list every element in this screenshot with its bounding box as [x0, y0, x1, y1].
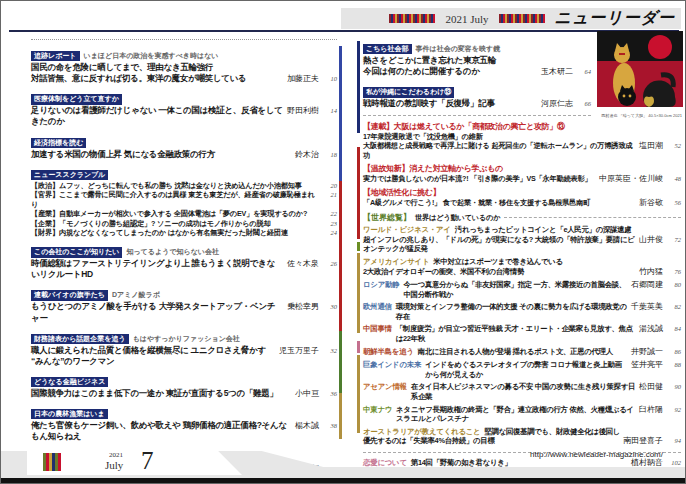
toc-section-news-scramble: ニューススクランブル 【政治】ムフッ、どっちに転んでも私の勝ち 沈黙は金なりと決…: [31, 163, 337, 237]
world-item: ワールド・ビジネス・アイ汚れっちまったビットコインと「e人民元」の深謀遠慮 超イ…: [363, 225, 681, 254]
article-line: 2大政治イデオロギーの衝突、米国不利の台湾情勢: [363, 267, 635, 277]
article-title: 国際競争力はこのまま低下の一途か 東証が直面する5つの「難題」: [31, 388, 291, 399]
magazine-toc-page: 2021 July ニューリーダー 西村達也 「猫って大胆」 40.5×30.0…: [0, 0, 686, 484]
stripe-decoration-icon: [389, 14, 435, 23]
world-item: オーストラリアが教えてくれること堅調な回復基調でも、財政健全化は後回し 優先する…: [363, 427, 681, 447]
article-page: 102: [667, 459, 681, 467]
article-title: もうひとつのアミノ酸を手がける 大学発スタートアップ・ベンチャー: [31, 301, 283, 323]
section-tag: 医療体制をどう立て直すか: [31, 94, 122, 104]
divider-bar: [339, 46, 342, 181]
article-title: 対話皆無、意に反すれば切る。東洋の魔女が嘲笑している: [31, 73, 283, 84]
article-page: 32: [323, 347, 337, 355]
article-line: 南北に注目される人物が登場 揺れるポスト文、正恩の代理人: [418, 347, 627, 357]
article-author: 中原英臣・佐川峻: [599, 174, 663, 184]
section-tag: 連載バイオの旗手たち: [31, 290, 108, 300]
section-tagline: いまほど日本の政治を実感すべき時はない: [84, 52, 219, 59]
toc-section: どうなる金融ビジネス 国際競争力はこのまま低下の一途か 東証が直面する5つの「難…: [31, 370, 337, 399]
article-page: 23: [323, 220, 337, 228]
article-author: 植村鞆音: [631, 458, 663, 468]
article-title: 俺たち官僚もケージ飼い、飲めや歌えや 鶏卵価格の適正価格?そんなもん知らねえ: [31, 420, 291, 442]
article-line: 優先するのは「失業率4%台持続」の目標: [363, 436, 619, 446]
article-page: 82: [667, 303, 681, 311]
article-author: 河原仁志: [541, 99, 573, 109]
article-author: 小中亘: [295, 389, 319, 399]
article-author: 新谷敬: [639, 198, 663, 208]
article-author: 加藤正夫: [287, 74, 319, 84]
news-item: 【官界】ここまで露骨に民間に介入するのは異様 東芝も東芝だが、経産省の破廉恥極ま…: [31, 190, 319, 209]
article-title: 国民の命を危険に晒してまで、理由なき五輪強行: [31, 62, 337, 73]
world-heading-text: 世界はどう動いているのか: [415, 213, 500, 222]
header-rule: [9, 30, 679, 32]
issue-date: 2021 July: [445, 13, 488, 25]
culture-item: 恋愛について第14回「野菊の如き君なりき」植村鞆音102: [363, 458, 681, 468]
article-page: 56: [667, 199, 681, 207]
article-page: 30: [323, 303, 337, 311]
section-tagline: Dアミノ酸ラボ: [112, 291, 160, 298]
article-line: 「制度疲労」が目立つ習近平独裁 天才・エリート・企業家も見放す、焦点は22年秋: [396, 324, 635, 343]
dashed-rule: [504, 217, 681, 218]
world-item: アメリカインサイト米中対立はスポーツまで巻き込んでいる 2大政治イデオロギーの衝…: [363, 257, 681, 277]
toc-section: 経済指標を読む 加速する米国の物価上昇 気になる金融政策の行方鈴木治18: [31, 131, 337, 160]
section-color-bar: [357, 355, 360, 433]
series-name: オーストラリアが教えてくれること: [363, 427, 480, 437]
article-page: 38: [323, 422, 337, 430]
article-line: 第14回「野菊の如き君なりき」: [411, 458, 627, 468]
article-author: 南田登喜子: [623, 436, 663, 446]
bottom-border-bar: [1, 478, 686, 483]
article-author: 鈴木治: [295, 150, 319, 160]
series-name: ワールド・ビジネス・アイ: [363, 225, 451, 235]
article-line: 今一つ真意分からぬ「非友好国家」指定 一方、米露接近の首脳会談、中国分断作戦か: [403, 280, 627, 299]
footer-month: July: [105, 459, 123, 471]
section-color-bar: [357, 147, 360, 239]
series-name: 恋愛について: [363, 458, 407, 468]
article-line: 超インフレの兆しあり、「ドルの死」が現実になる? 大統領の「特許放棄」要請にビオ…: [363, 235, 635, 254]
article-page: 10: [323, 75, 337, 83]
series-name: ロシア動静: [363, 280, 399, 290]
article-author: 玉木研二: [541, 67, 573, 77]
article-title: 足りないのは看護師だけじゃない 一体この国は検証と、反省をしてきたのか: [31, 105, 283, 127]
article-page: 22: [323, 210, 337, 218]
toc-section: 医療体制をどう立て直すか 足りないのは看護師だけじゃない 一体この国は検証と、反…: [31, 87, 337, 127]
section-tagline: もはやすっかりファッション会社: [133, 335, 240, 342]
section-color-bar: [357, 242, 360, 251]
article-page: 84: [667, 325, 681, 333]
article-page: 21: [323, 191, 337, 199]
article-page: 76: [667, 268, 681, 276]
world-item: 欧州通信環境対策とインフラ整備の一体的支援 その裏に勢力を広げる環境政党の存在千…: [363, 302, 681, 321]
news-item: 【企業】「モノづくりの勝ち組認定」? ソニーの成功はモノ作りからの脱却: [31, 219, 319, 228]
section-tag: 追跡レポート: [31, 51, 80, 61]
toc-section: 財務諸表から話題企業を追うもはやすっかりファッション会社 職人に鍛えられた品質と…: [31, 327, 337, 367]
article-page: 64: [577, 68, 591, 76]
section-tag: 経済指標を読む: [31, 138, 86, 148]
article-author: 塩田潮: [639, 141, 663, 151]
article-page: 86: [667, 348, 681, 356]
header-band: 2021 July ニューリーダー: [341, 8, 681, 29]
article-page: 26: [323, 260, 337, 268]
world-item: 中国事情「制度疲労」が目立つ習近平独裁 天才・エリート・企業家も見放す、焦点は2…: [363, 324, 681, 343]
news-item: 【産業】自動車メーカーが相次いで参入する 全固体電池は「夢のEV」を実現するのか…: [31, 209, 319, 218]
article-page: 92: [667, 406, 681, 414]
article-page: 14: [323, 107, 337, 115]
series-name: 朝鮮半島を追う: [363, 347, 414, 357]
stripe-decoration-icon: [499, 14, 545, 23]
article-author: 佐々木泉: [287, 259, 319, 269]
article-author: 井野誠一: [631, 347, 663, 357]
divider-bar: [339, 181, 342, 331]
feature-label: 【連載】大阪は燃えているか「商都政治の興亡と攻防」⑬: [363, 121, 681, 132]
toc-section: 私が沖縄にこだわるわけ⑬ 戦時報道の教訓映す「反復帰」記事河原仁志66: [363, 80, 591, 109]
article-page: 52: [667, 142, 681, 150]
section-tag: どうなる金融ビジネス: [31, 377, 108, 387]
world-item: 巨象インドの未来インドをめぐるステレオタイプの弊害 コロナ報道と炎上動画から何が…: [363, 360, 681, 379]
section-tag: 日本の農林漁業はいま: [31, 409, 108, 419]
news-item: 【財界】内規などなくなってしまったのか はなから有名無実だった財閥と経団連: [31, 228, 319, 237]
stripe-flag-icon: [43, 453, 61, 471]
magazine-url-link[interactable]: http://www.newleader-magazine.com/: [530, 450, 663, 459]
article-page: 48: [667, 175, 681, 183]
article-title: 熱さをどこかに置き忘れた東京五輪: [363, 55, 591, 66]
dashed-rule: [363, 115, 591, 116]
article-author: 乗松幸男: [287, 302, 319, 312]
feature-label: 【地域活性化に挑む】: [363, 187, 681, 198]
series-name: アメリカインサイト: [363, 257, 429, 267]
article-line: 大阪都構想と成長戦略で再浮上に賭ける 起死回生の「逆転ホームラン」の万博誘致成功: [363, 141, 635, 160]
world-item: 中東ナウネタニヤフ長期政権の終焉と「野合」連立政権の行方 依然、火種燻ぶるイスラ…: [363, 405, 681, 424]
